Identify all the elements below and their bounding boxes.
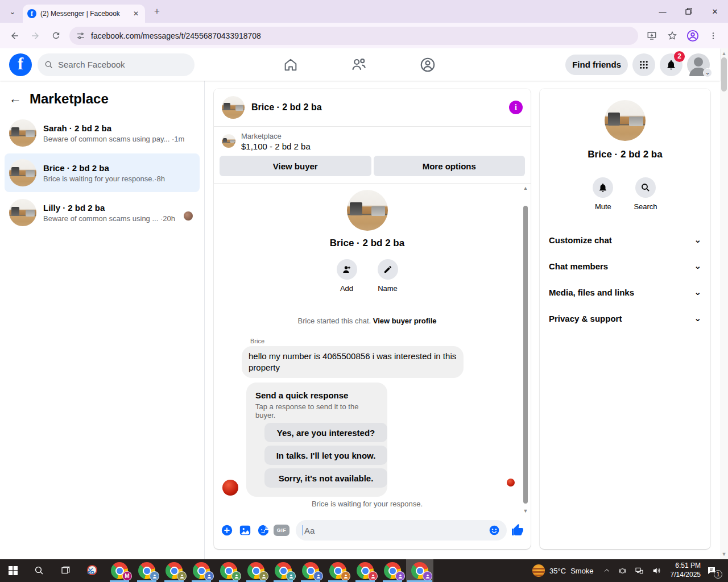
- window-close-button[interactable]: ✕: [702, 0, 728, 23]
- tab-search-chevron-icon[interactable]: ⌄: [5, 3, 20, 19]
- attach-plus-icon[interactable]: [220, 523, 234, 538]
- photo-icon[interactable]: [238, 523, 253, 538]
- chat-header-title[interactable]: Brice · 2 bd 2 ba: [251, 102, 509, 113]
- window-minimize-button[interactable]: —: [650, 0, 676, 23]
- chevron-down-icon: ⌄: [694, 261, 701, 271]
- page-scrollbar[interactable]: ▲ ▼: [720, 48, 728, 559]
- volume-icon[interactable]: [652, 566, 661, 575]
- menu-privacy-support[interactable]: Privacy & support⌄: [540, 305, 710, 331]
- taskbar-chrome-window[interactable]: [270, 559, 297, 582]
- emoji-icon[interactable]: [489, 525, 500, 536]
- chat-scrollbar[interactable]: ▲ ▼: [522, 184, 530, 515]
- tab-close-icon[interactable]: ✕: [131, 9, 140, 18]
- more-options-button[interactable]: More options: [374, 156, 526, 176]
- browser-tab-strip: ⌄ f (2) Messenger | Facebook ✕ + — ✕: [0, 0, 728, 23]
- snipping-tool-button[interactable]: [78, 559, 106, 582]
- search-icon: [640, 182, 651, 193]
- view-buyer-profile-link[interactable]: View buyer profile: [373, 317, 437, 325]
- browser-menu-icon[interactable]: [704, 27, 722, 45]
- address-bar[interactable]: facebook.com/messages/t/2455687043391870…: [69, 27, 638, 45]
- message-bubble[interactable]: hello my number is 4065500856 i was inte…: [242, 346, 464, 378]
- weather-condition: Smoke: [570, 567, 593, 575]
- view-buyer-button[interactable]: View buyer: [220, 156, 371, 176]
- tray-app-icon[interactable]: [618, 567, 627, 575]
- sender-avatar[interactable]: [222, 480, 238, 496]
- friends-tab-icon[interactable]: [350, 56, 367, 73]
- taskbar-chrome-window[interactable]: [351, 559, 379, 582]
- conversation-name: Brice · 2 bd 2 ba: [43, 163, 195, 173]
- back-arrow-icon[interactable]: ←: [9, 92, 30, 106]
- facebook-logo[interactable]: f: [9, 53, 32, 76]
- browser-tab[interactable]: f (2) Messenger | Facebook ✕: [23, 5, 145, 23]
- taskbar-chrome-window[interactable]: [188, 559, 215, 582]
- scroll-down-arrow[interactable]: ▼: [522, 507, 530, 515]
- quick-response-option-2[interactable]: In talks. I'll let you know.: [264, 446, 387, 465]
- nav-right: Find friends 2 ⌄: [565, 53, 715, 76]
- network-icon[interactable]: [635, 566, 644, 575]
- chat-info-icon[interactable]: i: [509, 101, 523, 114]
- edit-name-button[interactable]: Name: [378, 259, 398, 293]
- taskbar-chrome-window[interactable]: [133, 559, 160, 582]
- taskbar-chrome-window[interactable]: [406, 559, 433, 582]
- url-text[interactable]: facebook.com/messages/t/2455687043391870…: [91, 31, 261, 40]
- mute-button[interactable]: Mute: [593, 177, 613, 211]
- page-scrollbar-thumb[interactable]: [721, 57, 727, 92]
- new-tab-button[interactable]: +: [150, 4, 164, 19]
- reload-button[interactable]: [47, 27, 65, 45]
- conversation-avatar: [9, 199, 36, 226]
- facebook-search-input[interactable]: Search Facebook: [38, 53, 195, 76]
- taskbar-chrome-window[interactable]: [160, 559, 188, 582]
- scrollbar-thumb[interactable]: [523, 206, 528, 504]
- browser-profile-avatar[interactable]: [684, 27, 702, 45]
- home-tab-icon[interactable]: [283, 57, 299, 73]
- conversation-brice[interactable]: Brice · 2 bd 2 ba Brice is waiting for y…: [5, 153, 200, 192]
- apps-menu-button[interactable]: [632, 53, 655, 76]
- menu-media-files-links[interactable]: Media, files and links⌄: [540, 279, 710, 305]
- message-input[interactable]: Aa: [296, 520, 507, 541]
- mute-bell-icon: [598, 182, 608, 193]
- action-center-button[interactable]: 1: [706, 563, 722, 579]
- conversations-sidebar: ← Marketplace Sarah · 2 bd 2 ba Beware o…: [0, 81, 205, 559]
- find-friends-button[interactable]: Find friends: [565, 55, 628, 75]
- bookmark-star-icon[interactable]: [663, 27, 681, 45]
- menu-customize-chat[interactable]: Customize chat⌄: [540, 227, 710, 253]
- toolbar-actions: [642, 27, 723, 45]
- page-scroll-down-arrow[interactable]: ▼: [721, 551, 727, 557]
- taskbar-chrome-window[interactable]: M: [106, 559, 133, 582]
- taskbar-chrome-window[interactable]: [242, 559, 270, 582]
- back-button[interactable]: [6, 27, 24, 45]
- forward-button[interactable]: [26, 27, 44, 45]
- quick-response-title: Send a quick response: [255, 390, 378, 400]
- groups-tab-icon[interactable]: [419, 56, 436, 73]
- page-scroll-up-arrow[interactable]: ▲: [721, 51, 727, 56]
- taskbar-clock[interactable]: 6:51 PM 7/14/2025: [671, 562, 701, 579]
- taskbar-chrome-window[interactable]: [215, 559, 242, 582]
- gif-icon[interactable]: GIF: [274, 523, 289, 538]
- sticker-icon[interactable]: [256, 523, 271, 538]
- task-view-button[interactable]: [52, 559, 78, 582]
- add-people-button[interactable]: Add: [337, 259, 357, 293]
- like-icon[interactable]: [510, 523, 525, 538]
- account-avatar[interactable]: ⌄: [687, 53, 710, 76]
- conversation-sarah[interactable]: Sarah · 2 bd 2 ba Beware of common scams…: [5, 114, 200, 152]
- conversation-lilly[interactable]: Lilly · 2 bd 2 ba Beware of common scams…: [5, 193, 200, 232]
- chat-header-avatar[interactable]: [222, 96, 245, 119]
- site-info-icon[interactable]: [76, 31, 85, 40]
- quick-response-option-1[interactable]: Yes, are you interested?: [264, 423, 387, 442]
- notifications-button[interactable]: 2: [660, 53, 682, 76]
- search-chat-button[interactable]: Search: [634, 177, 657, 211]
- quick-response-option-3[interactable]: Sorry, it's not available.: [264, 468, 387, 488]
- menu-chat-members[interactable]: Chat members⌄: [540, 253, 710, 279]
- taskbar-chrome-window[interactable]: [297, 559, 324, 582]
- taskbar-search-button[interactable]: [26, 559, 52, 582]
- install-app-icon[interactable]: [643, 27, 661, 45]
- sidebar-title: Marketplace: [30, 91, 109, 107]
- scroll-up-arrow[interactable]: ▲: [522, 184, 530, 192]
- taskbar-chrome-window[interactable]: [379, 559, 406, 582]
- taskbar-chrome-window[interactable]: [324, 559, 351, 582]
- start-button[interactable]: [0, 559, 26, 582]
- screen: ⌄ f (2) Messenger | Facebook ✕ + — ✕ fac…: [0, 0, 728, 582]
- window-restore-button[interactable]: [676, 0, 702, 23]
- tray-chevron-icon[interactable]: [603, 567, 610, 574]
- weather-widget[interactable]: 35°C Smoke: [527, 564, 599, 577]
